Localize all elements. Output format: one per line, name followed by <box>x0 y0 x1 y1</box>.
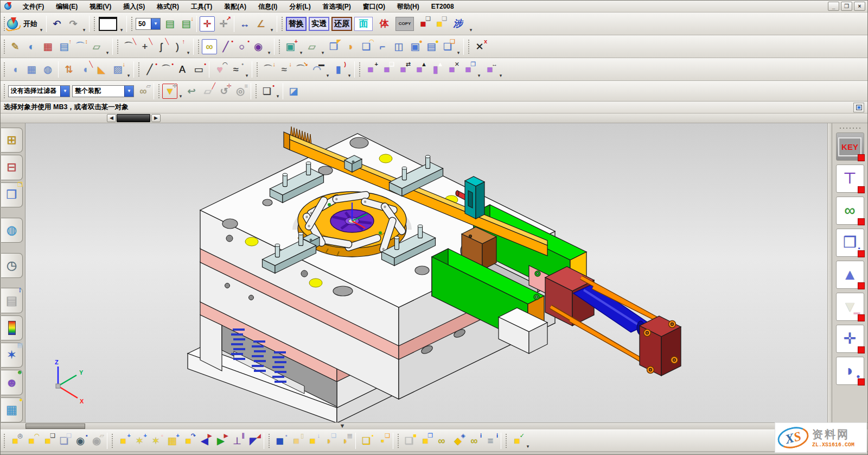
eraser-icon[interactable]: ▱╱ <box>200 84 215 99</box>
open-component-icon[interactable]: ■◠ <box>24 433 39 448</box>
toolbar-grip[interactable] <box>505 433 507 449</box>
show-component-icon[interactable]: ■❏ <box>40 433 55 448</box>
add-component-icon[interactable]: ■+ <box>116 433 131 448</box>
custom-group-caret[interactable]: ▾ <box>468 27 474 35</box>
circle-center-icon[interactable]: ◉ <box>251 39 266 54</box>
find-component-icon[interactable]: ■◎ <box>8 433 23 448</box>
curve-intersect-icon[interactable]: +╲ <box>137 39 152 54</box>
toolbar-grip[interactable] <box>137 61 140 78</box>
part-plunger-button[interactable]: ▼▬ <box>836 293 864 321</box>
datum-caret[interactable]: ▾ <box>105 50 110 58</box>
fit-view-button[interactable] <box>853 103 864 112</box>
snapshot-icon[interactable]: ◉▪ <box>73 433 88 448</box>
perpendicular-icon[interactable]: ⊥∥ <box>229 433 245 448</box>
roles-icon[interactable]: ☻☻ <box>1 370 23 395</box>
nx-start-button[interactable]: 开始 <box>7 17 37 30</box>
move-to-layer-icon[interactable]: ▤↓ <box>178 16 194 31</box>
hidden-component-icon[interactable]: ❏❏ <box>56 433 72 448</box>
instance-cube-icon[interactable]: ❏❏ <box>440 39 455 54</box>
yellow-cube-icon[interactable]: ■❏ <box>432 16 447 31</box>
sequence-icon[interactable]: ■↓ <box>305 433 320 448</box>
explode-step-icon[interactable]: ▪❏ <box>375 433 390 448</box>
copy-face-caret[interactable]: ▾ <box>476 73 482 80</box>
spline-icon[interactable]: ≈• <box>228 62 244 77</box>
toolbar-grip[interactable] <box>280 16 283 32</box>
history-icon[interactable]: ◷ <box>1 253 23 278</box>
text-icon[interactable]: A <box>175 62 190 77</box>
edit-component-icon[interactable]: ◗❏ <box>321 433 336 448</box>
offset-surface-icon[interactable]: ⇅ <box>61 62 76 77</box>
sew-surface-icon[interactable]: ◖╲ <box>78 62 93 77</box>
clip-section-icon[interactable]: ◪ <box>286 84 301 99</box>
toolbar-grip[interactable] <box>157 83 160 99</box>
show-constraints-icon[interactable]: ▶▶ <box>213 433 228 448</box>
display-style-caret[interactable]: ▾ <box>119 27 124 35</box>
toolbar-grip[interactable] <box>116 39 119 55</box>
toolbar-grip[interactable] <box>197 39 200 55</box>
constraint-navigator-icon[interactable]: ⊟ <box>1 155 23 180</box>
toolbar-grip[interactable] <box>93 16 95 32</box>
offset-face-icon[interactable]: ■⇄ <box>395 62 411 77</box>
menu-item-11[interactable]: 帮助(H) <box>391 3 425 10</box>
derive-caret[interactable]: ▾ <box>325 73 330 80</box>
marquee-caret[interactable]: ▾ <box>275 93 280 101</box>
work-layer-combo[interactable]: 50▼ <box>136 18 161 30</box>
line2-icon[interactable]: ╱• <box>142 62 157 77</box>
toolbar-grip[interactable] <box>254 83 257 99</box>
key-palette-button[interactable]: KEY <box>836 132 864 161</box>
part-navigator-icon[interactable]: ❒❒ <box>1 182 23 207</box>
datum-plane-icon[interactable]: ▱ <box>89 39 104 54</box>
curve-j-icon[interactable]: )↑ <box>170 39 185 54</box>
curve-tangent-icon[interactable]: ⌒╲ <box>121 39 136 54</box>
toolbar-grip[interactable] <box>256 61 258 78</box>
interpart-rings-icon[interactable]: ∞▱ <box>136 84 151 99</box>
face-button[interactable]: 面 <box>354 17 373 31</box>
model-canvas[interactable]: Z Y X <box>25 123 827 422</box>
see-through-button[interactable]: 实透 <box>309 17 329 31</box>
wrap-curve-icon[interactable]: ⌒↘ <box>293 62 308 77</box>
revolve-section-icon[interactable]: ▮) <box>331 62 346 77</box>
toolbar-grip[interactable] <box>397 433 399 449</box>
assembly-navigator-icon[interactable]: ⊞ <box>1 128 23 153</box>
resize-face-icon[interactable]: ▮▲ <box>428 62 443 77</box>
revsec-caret[interactable]: ▾ <box>347 73 352 80</box>
snap-point-icon[interactable]: ▼✛ <box>162 84 177 99</box>
internet-explorer-icon[interactable]: ◍ <box>1 218 23 243</box>
menu-item-0[interactable]: 文件(F) <box>17 3 50 10</box>
menu-item-3[interactable]: 插入(S) <box>117 3 151 10</box>
menu-item-12[interactable]: ET2008 <box>425 3 460 10</box>
pattern-component-icon[interactable]: ▦+ <box>164 433 180 448</box>
snapshot-disabled-icon[interactable]: ◉▱ <box>89 433 104 448</box>
menu-item-7[interactable]: 信息(I) <box>252 3 283 10</box>
toolbar-grip[interactable] <box>3 16 5 32</box>
pull-face-icon[interactable]: ■❏ <box>379 62 394 77</box>
linked-curve-icon[interactable]: ∞ <box>202 39 217 54</box>
undo-crosshair-icon[interactable]: ↺✛ <box>216 84 232 99</box>
swept-surface-icon[interactable]: ◖ <box>8 62 23 77</box>
toolbar-grip[interactable] <box>358 61 361 78</box>
undo-icon[interactable]: ↶ <box>49 16 65 31</box>
scroll-right-button[interactable]: ▶ <box>151 114 161 122</box>
studio-spline-icon[interactable]: ♥◠ <box>212 62 227 77</box>
interpart-link-icon[interactable]: ∞ <box>434 433 449 448</box>
app-icon[interactable] <box>4 2 14 11</box>
part-triplate-button[interactable]: ▲• <box>836 261 864 289</box>
measure-angle-icon[interactable]: ∠ <box>253 16 269 31</box>
visual-effects-icon[interactable]: ✶▤ <box>1 343 23 368</box>
menu-item-4[interactable]: 格式(R) <box>151 3 185 10</box>
plane-caret[interactable]: ▾ <box>320 50 326 58</box>
revolve-icon[interactable]: ◑ <box>342 39 358 54</box>
extrude-icon[interactable]: ❒◤ <box>326 39 341 54</box>
toolbar-grip[interactable] <box>111 433 113 449</box>
trim-surface-icon[interactable]: ◍ <box>40 62 55 77</box>
rollback-icon[interactable]: ↩ <box>184 84 199 99</box>
sync-model-caret[interactable]: ▾ <box>498 73 503 80</box>
menu-item-10[interactable]: 窗口(O) <box>357 3 391 10</box>
ruled-surface-icon[interactable]: ▨↓ <box>110 62 125 77</box>
arrangements-caret[interactable]: ▾ <box>525 444 531 451</box>
measure-distance-icon[interactable]: ↔ <box>237 16 252 31</box>
boss-icon[interactable]: ▤● <box>424 39 439 54</box>
project-curve-icon[interactable]: ⌒↓ <box>260 62 276 77</box>
materials-icon[interactable]: ▦● <box>1 397 23 422</box>
split-body-icon[interactable]: ◫ <box>391 39 406 54</box>
